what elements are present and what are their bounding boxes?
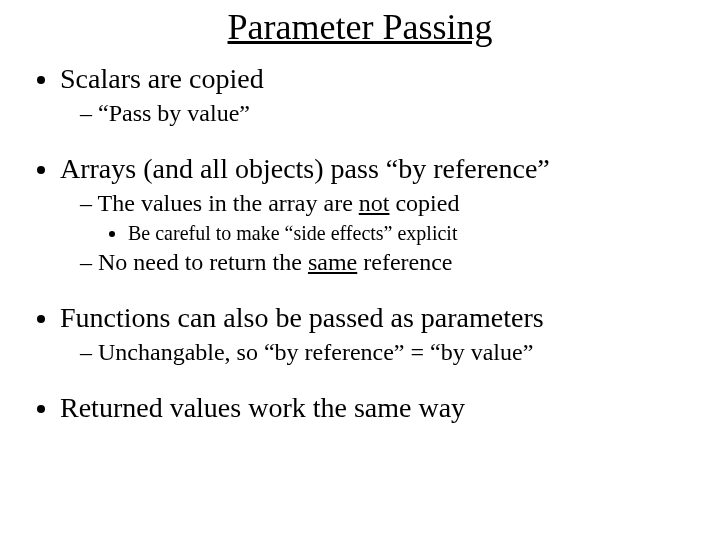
bullet-returned: Returned values work the same way <box>60 391 698 424</box>
sub-text-pre: No need to return the <box>98 249 308 275</box>
sub-text-underline: same <box>308 249 357 275</box>
sub-same-reference: No need to return the same reference <box>80 248 698 277</box>
slide: Parameter Passing Scalars are copied “Pa… <box>0 0 720 540</box>
sub-unchangable: Unchangable, so “by reference” = “by val… <box>80 338 698 367</box>
sublist: “Pass by value” <box>60 99 698 128</box>
sublist: The values in the array are not copied B… <box>60 189 698 277</box>
bullet-text: Functions can also be passed as paramete… <box>60 302 544 333</box>
subsub-side-effects: Be careful to make “side effects” explic… <box>128 221 698 246</box>
bullet-arrays: Arrays (and all objects) pass “by refere… <box>60 152 698 277</box>
sub-text-underline: not <box>359 190 390 216</box>
sub-text-pre: The values in the array are <box>98 190 359 216</box>
sub-pass-by-value: “Pass by value” <box>80 99 698 128</box>
subsub-text: Be careful to make “side effects” explic… <box>128 222 457 244</box>
sub-text: “Pass by value” <box>98 100 250 126</box>
bullet-text: Arrays (and all objects) pass “by refere… <box>60 153 550 184</box>
sub-text-post: reference <box>357 249 452 275</box>
bullet-text: Scalars are copied <box>60 63 264 94</box>
slide-title: Parameter Passing <box>22 6 698 48</box>
bullet-scalars: Scalars are copied “Pass by value” <box>60 62 698 128</box>
sublist: Unchangable, so “by reference” = “by val… <box>60 338 698 367</box>
bullet-list: Scalars are copied “Pass by value” Array… <box>22 62 698 424</box>
sub-text: Unchangable, so “by reference” = “by val… <box>98 339 533 365</box>
bullet-text: Returned values work the same way <box>60 392 465 423</box>
bullet-functions: Functions can also be passed as paramete… <box>60 301 698 367</box>
subsublist: Be careful to make “side effects” explic… <box>80 221 698 246</box>
sub-not-copied: The values in the array are not copied B… <box>80 189 698 245</box>
sub-text-post: copied <box>389 190 459 216</box>
